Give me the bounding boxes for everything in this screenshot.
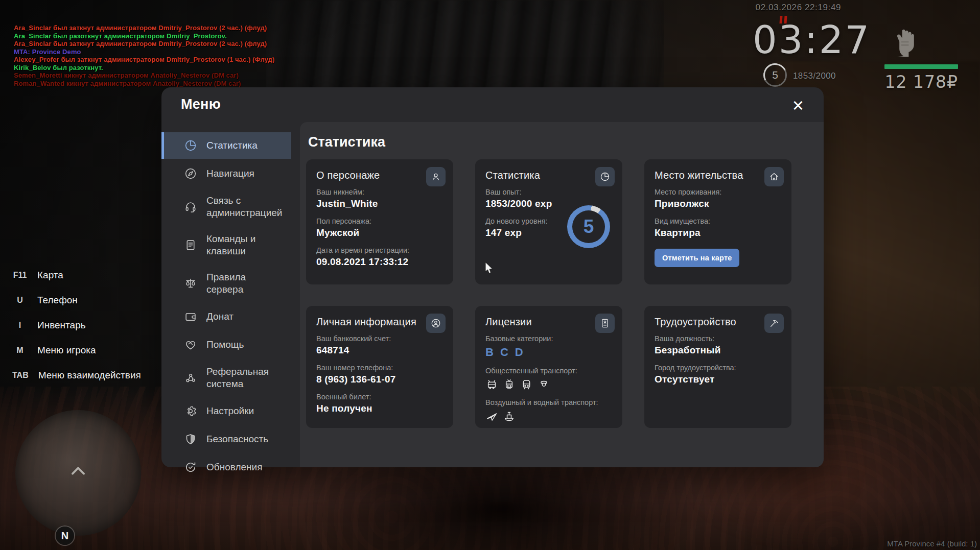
chevron-up-icon	[68, 461, 88, 481]
fist-icon	[890, 22, 917, 59]
hotkey-label: Меню взаимодействия	[38, 370, 141, 381]
mark-on-map-button[interactable]: Отметить на карте	[655, 249, 739, 267]
sidebar-item-label: Команды и клавиши	[206, 233, 284, 257]
sidebar-item-donate[interactable]: Донат	[161, 303, 291, 330]
hotkey-interaction-menu: TAB Меню взаимодействия	[9, 367, 141, 383]
key-badge: I	[9, 319, 31, 332]
sidebar-item-admin-contact[interactable]: Связь с администрацией	[161, 188, 291, 225]
trolleybus-icon	[485, 378, 498, 391]
air-water-transport-icons	[485, 410, 612, 422]
headset-icon	[184, 200, 198, 214]
sidebar-item-label: Реферальная система	[206, 366, 284, 390]
sidebar-item-label: Обновления	[206, 461, 284, 473]
key-badge: M	[9, 344, 31, 357]
pickaxe-icon	[764, 314, 784, 333]
field-label: Вид имущества:	[655, 217, 781, 225]
card-statistics: Статистика Ваш опыт: 1853/2000 exp До но…	[475, 159, 622, 284]
hud-level-value: 5	[765, 65, 785, 85]
sidebar-item-label: Настройки	[206, 405, 284, 417]
field-value: Не получен	[316, 403, 443, 414]
card-residence: Место жительства Место проживания: Приво…	[644, 159, 791, 284]
license-category: B	[485, 346, 494, 359]
sidebar-item-label: Безопасность	[206, 433, 284, 445]
card-title: Статистика	[485, 170, 612, 181]
menu-sidebar: Статистика Навигация Связь с администрац…	[161, 131, 291, 482]
card-title: Место жительства	[655, 170, 781, 181]
field-label: Ваш никнейм:	[316, 188, 443, 196]
license-categories: B C D	[485, 346, 612, 359]
hotkey-phone: U Телефон	[9, 292, 141, 308]
hotkey-label: Инвентарь	[37, 320, 86, 331]
field-label: Пол персонажа:	[316, 217, 443, 225]
gear-icon	[184, 404, 198, 418]
scales-icon	[184, 276, 198, 291]
hotkey-label: Телефон	[37, 295, 78, 306]
id-card-icon	[595, 314, 615, 333]
network-icon	[184, 371, 198, 385]
health-bar	[884, 64, 958, 69]
sidebar-item-settings[interactable]: Настройки	[161, 398, 291, 424]
hotkey-inventory: I Инвентарь	[9, 317, 141, 333]
chat-line: Roman_Wanted кикнут администратором Anat…	[14, 80, 274, 88]
hotkey-map: F11 Карта	[9, 267, 141, 283]
menu-window: Меню ✕ Статистика Навигация Связь с адми…	[161, 87, 824, 467]
field-label: Ваш банковский счет:	[316, 334, 443, 343]
mouse-cursor	[484, 261, 494, 275]
field-value: 8 (963) 136-61-07	[316, 374, 443, 385]
minimap-compass: N	[15, 410, 141, 536]
sidebar-item-commands[interactable]: Команды и клавиши	[161, 227, 291, 264]
field-value: Безработный	[655, 345, 781, 356]
hud-level-ring: 5	[763, 63, 787, 87]
key-badge: TAB	[9, 369, 32, 382]
hud-exp-fraction: 1853/2000	[793, 71, 836, 81]
close-button[interactable]: ✕	[788, 95, 808, 116]
hotkey-player-menu: M Меню игрока	[9, 342, 141, 358]
person-icon	[426, 167, 446, 186]
update-check-icon	[184, 460, 198, 474]
field-label: Ваш опыт:	[485, 188, 612, 196]
plane-icon	[485, 410, 498, 422]
sidebar-item-security[interactable]: Безопасность	[161, 426, 291, 452]
tram-icon	[503, 378, 516, 391]
sidebar-item-help[interactable]: Помощь	[161, 331, 291, 358]
stats-cards-grid: О персонаже Ваш никнейм: Justin_White По…	[306, 159, 791, 428]
field-label: Воздушный и водный транспорт:	[485, 398, 612, 406]
health-bar-fill	[884, 64, 958, 69]
license-category: C	[500, 346, 508, 359]
field-value: 09.08.2021 17:33:12	[316, 256, 443, 268]
heart-handshake-icon	[184, 338, 198, 352]
hotkey-label: Меню игрока	[37, 345, 96, 356]
card-personal-info: Личная информация Ваш банковский счет: 6…	[306, 306, 453, 428]
wallet-icon	[184, 309, 198, 324]
compass-north-badge: N	[56, 527, 74, 545]
sidebar-item-statistics[interactable]: Статистика	[161, 132, 291, 159]
card-employment: Трудоустройство Ваша должность: Безработ…	[644, 306, 791, 428]
sidebar-item-label: Донат	[206, 310, 284, 323]
field-label: Город трудоустройства:	[655, 364, 781, 372]
person-circle-icon	[426, 314, 446, 333]
metro-icon	[520, 378, 533, 391]
key-badge: F11	[9, 269, 31, 282]
chat-line: Ara_Sinclar был заткнут администратором …	[14, 24, 274, 32]
sidebar-item-referral[interactable]: Реферальная система	[161, 360, 291, 396]
chat-log: Ara_Sinclar был заткнут администратором …	[14, 24, 274, 87]
card-licenses: Лицензии Базовые категории: B C D Общест…	[475, 306, 622, 428]
card-title: Трудоустройство	[655, 316, 781, 328]
card-title: О персонаже	[316, 170, 443, 181]
sidebar-item-server-rules[interactable]: Правила сервера	[161, 265, 291, 302]
sidebar-item-label: Помощь	[206, 339, 284, 351]
sidebar-item-updates[interactable]: Обновления	[161, 454, 291, 481]
chat-line: Alexey_Profer был заткнут администраторо…	[14, 56, 274, 64]
compass-icon	[184, 166, 198, 181]
sidebar-item-label: Связь с администрацией	[206, 195, 284, 219]
hud-datetime: 02.03.2026 22:19:49	[756, 3, 841, 13]
sidebar-item-navigation[interactable]: Навигация	[161, 160, 291, 187]
field-label: Военный билет:	[316, 393, 443, 401]
field-label: Дата и время регистрации:	[316, 246, 443, 254]
menu-content-panel: Статистика О персонаже Ваш никнейм: Just…	[300, 122, 824, 467]
house-icon	[764, 167, 784, 186]
sidebar-item-label: Правила сервера	[206, 271, 284, 296]
field-label: Ваш номер телефона:	[316, 364, 443, 372]
chat-line: Kirik_Belov был разоткнут.	[14, 64, 274, 72]
chat-line: Ara_Sinclar был заткнут администратором …	[14, 40, 274, 48]
